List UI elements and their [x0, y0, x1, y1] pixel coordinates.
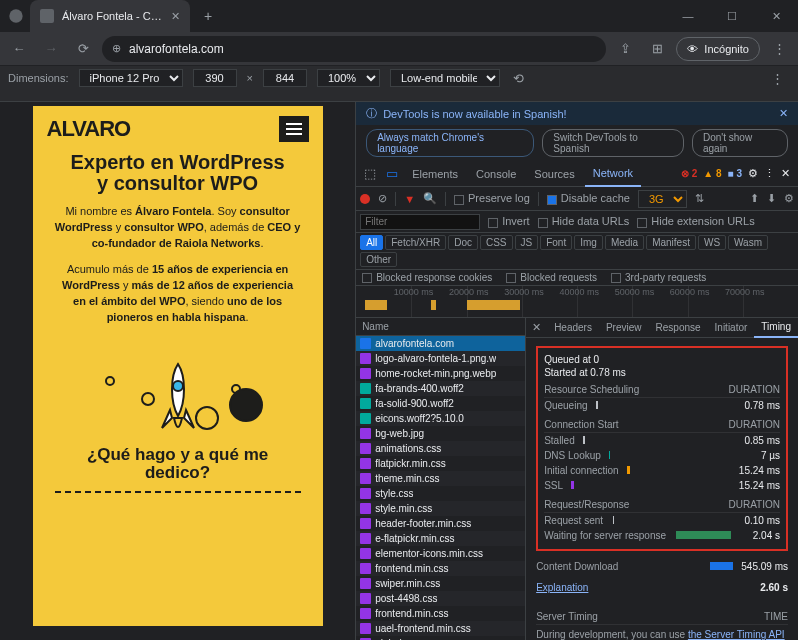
error-count[interactable]: ⊗ 2 [681, 168, 697, 179]
rotate-icon[interactable]: ⟲ [510, 65, 528, 91]
request-row[interactable]: bg-web.jpg [356, 426, 525, 441]
device-menu-icon[interactable]: ⋮ [764, 65, 790, 91]
forward-icon[interactable]: → [38, 36, 64, 62]
request-row[interactable]: frontend.min.css [356, 561, 525, 576]
rtab-timing[interactable]: Timing [754, 318, 798, 338]
third-party-checkbox[interactable]: 3rd-party requests [611, 272, 706, 283]
rtab-initiator[interactable]: Initiator [708, 318, 755, 338]
request-row[interactable]: post-4498.css [356, 591, 525, 606]
width-input[interactable] [193, 69, 237, 87]
back-icon[interactable]: ← [6, 36, 32, 62]
minimize-icon[interactable]: — [666, 0, 710, 32]
menu-icon[interactable]: ⋮ [766, 36, 792, 62]
extensions-icon[interactable]: ⊞ [644, 36, 670, 62]
close-detail-icon[interactable]: ✕ [526, 321, 547, 334]
server-timing-link[interactable]: the Server Timing API [688, 629, 785, 640]
request-row[interactable]: frontend.min.css [356, 606, 525, 621]
inspect-icon[interactable]: ⬚ [360, 161, 380, 187]
filter-tag-wasm[interactable]: Wasm [728, 235, 768, 250]
info-count[interactable]: ■ 3 [728, 168, 742, 179]
request-row[interactable]: eicons.woff2?5.10.0 [356, 411, 525, 426]
request-row[interactable]: uael-frontend.min.css [356, 621, 525, 636]
hamburger-button[interactable] [279, 116, 309, 142]
device-select[interactable]: iPhone 12 Pro [79, 69, 183, 87]
invert-checkbox[interactable]: Invert [488, 215, 530, 227]
close-info-icon[interactable]: ✕ [779, 107, 788, 120]
request-row[interactable]: fa-brands-400.woff2 [356, 381, 525, 396]
upload-icon[interactable]: ⬆ [750, 192, 759, 205]
request-row[interactable]: fa-solid-900.woff2 [356, 396, 525, 411]
rtab-headers[interactable]: Headers [547, 318, 599, 338]
throttle-select[interactable]: Low-end mobile [390, 69, 500, 87]
disable-cache-checkbox[interactable]: Disable cache [547, 192, 630, 204]
request-row[interactable]: theme.min.css [356, 471, 525, 486]
blocked-requests-checkbox[interactable]: Blocked requests [506, 272, 597, 283]
chip-switch-lang[interactable]: Switch DevTools to Spanish [542, 129, 684, 157]
height-input[interactable] [263, 69, 307, 87]
new-tab-button[interactable]: + [196, 4, 220, 28]
request-row[interactable]: elementor-icons.min.css [356, 546, 525, 561]
name-column-header[interactable]: Name [356, 318, 525, 336]
close-icon[interactable]: ✕ [754, 0, 798, 32]
filter-tag-doc[interactable]: Doc [448, 235, 478, 250]
wifi-icon[interactable]: ⇅ [695, 192, 704, 205]
hide-ext-urls-checkbox[interactable]: Hide extension URLs [637, 215, 754, 227]
filter-tag-img[interactable]: Img [574, 235, 603, 250]
request-row[interactable]: global.css [356, 636, 525, 640]
chip-always-match[interactable]: Always match Chrome's language [366, 129, 534, 157]
network-timeline[interactable]: 10000 ms20000 ms30000 ms40000 ms50000 ms… [356, 286, 798, 318]
request-row[interactable]: header-footer.min.css [356, 516, 525, 531]
browser-tab[interactable]: Álvaro Fontela - Consultor Wor ✕ [30, 0, 190, 32]
url-input[interactable] [129, 42, 596, 56]
explanation-link[interactable]: Explanation [536, 582, 588, 593]
request-row[interactable]: swiper.min.css [356, 576, 525, 591]
maximize-icon[interactable]: ☐ [710, 0, 754, 32]
filter-tag-other[interactable]: Other [360, 252, 397, 267]
share-icon[interactable]: ⇪ [612, 36, 638, 62]
request-row[interactable]: animations.css [356, 441, 525, 456]
close-devtools-icon[interactable]: ✕ [781, 167, 790, 180]
warning-count[interactable]: ▲ 8 [703, 168, 721, 179]
filter-tag-js[interactable]: JS [515, 235, 539, 250]
tab-console[interactable]: Console [468, 161, 524, 187]
tab-sources[interactable]: Sources [526, 161, 582, 187]
filter-input[interactable] [360, 214, 480, 230]
filter-tag-manifest[interactable]: Manifest [646, 235, 696, 250]
request-row[interactable]: e-flatpickr.min.css [356, 531, 525, 546]
zoom-select[interactable]: 100% [317, 69, 380, 87]
address-bar[interactable]: ⊕ [102, 36, 606, 62]
request-row[interactable]: flatpickr.min.css [356, 456, 525, 471]
preserve-log-checkbox[interactable]: Preserve log [454, 192, 530, 204]
record-icon[interactable] [360, 194, 370, 204]
tab-elements[interactable]: Elements [404, 161, 466, 187]
filter-tag-css[interactable]: CSS [480, 235, 513, 250]
chip-dont-show[interactable]: Don't show again [692, 129, 788, 157]
filter-tag-font[interactable]: Font [540, 235, 572, 250]
timeline-tick: 70000 ms [725, 287, 765, 297]
throttling-select[interactable]: 3G [638, 190, 687, 208]
search-icon[interactable]: 🔍 [423, 192, 437, 205]
settings-icon[interactable]: ⚙ [748, 167, 758, 180]
devtools-menu-icon[interactable]: ⋮ [764, 167, 775, 180]
tab-network[interactable]: Network [585, 161, 641, 187]
request-row[interactable]: home-rocket-min.png.webp [356, 366, 525, 381]
clear-icon[interactable]: ⊘ [378, 192, 387, 205]
rtab-preview[interactable]: Preview [599, 318, 649, 338]
blocked-cookies-checkbox[interactable]: Blocked response cookies [362, 272, 492, 283]
hide-data-urls-checkbox[interactable]: Hide data URLs [538, 215, 630, 227]
request-row[interactable]: style.min.css [356, 501, 525, 516]
network-settings-icon[interactable]: ⚙ [784, 192, 794, 205]
filter-tag-media[interactable]: Media [605, 235, 644, 250]
request-row[interactable]: alvarofontela.com [356, 336, 525, 351]
device-toggle-icon[interactable]: ▭ [382, 161, 402, 187]
request-row[interactable]: style.css [356, 486, 525, 501]
reload-icon[interactable]: ⟳ [70, 36, 96, 62]
filter-icon[interactable]: ▼ [404, 193, 415, 205]
filter-tag-all[interactable]: All [360, 235, 383, 250]
download-icon[interactable]: ⬇ [767, 192, 776, 205]
request-row[interactable]: logo-alvaro-fontela-1.png.w [356, 351, 525, 366]
filter-tag-ws[interactable]: WS [698, 235, 726, 250]
filter-tag-fetchxhr[interactable]: Fetch/XHR [385, 235, 446, 250]
rtab-response[interactable]: Response [649, 318, 708, 338]
close-tab-icon[interactable]: ✕ [171, 10, 180, 23]
